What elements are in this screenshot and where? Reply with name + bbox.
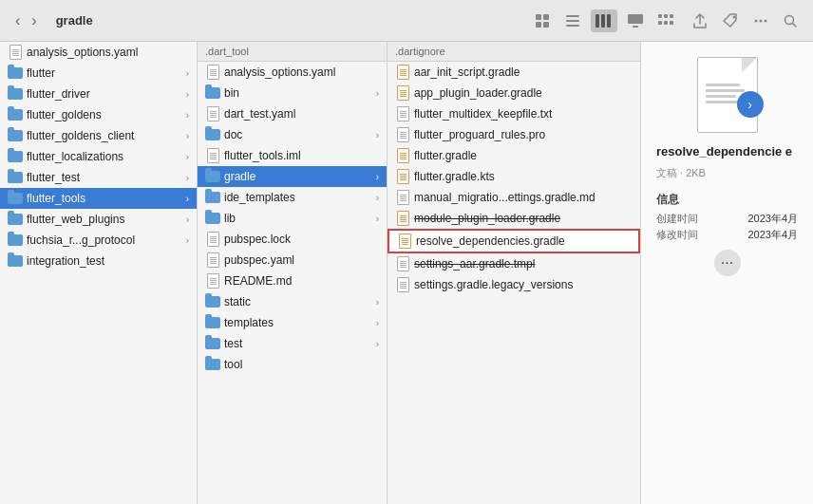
file-icon <box>395 211 410 226</box>
svg-rect-17 <box>670 21 673 25</box>
tag-button[interactable] <box>718 9 743 33</box>
list-item[interactable]: flutter_web_plugins› <box>0 209 197 230</box>
icon-line-1 <box>706 84 741 86</box>
folder-icon <box>205 357 220 372</box>
svg-rect-6 <box>566 25 579 27</box>
file-icon <box>395 148 410 163</box>
svg-rect-12 <box>658 14 662 18</box>
list-item[interactable]: aar_init_script.gradle <box>388 62 640 83</box>
file-icon <box>205 252 220 268</box>
list-item[interactable]: settings.gradle.legacy_versions <box>388 274 640 295</box>
svg-point-19 <box>755 19 758 22</box>
file-icon <box>395 169 410 184</box>
list-item[interactable]: gradle› <box>198 166 387 187</box>
list-item[interactable]: dart_test.yaml <box>198 103 387 124</box>
list-item[interactable]: integration_test <box>0 251 197 271</box>
list-item[interactable]: manual_migratio...ettings.gradle.md <box>388 187 640 208</box>
folder-icon <box>8 149 23 164</box>
chevron-right-icon: › <box>186 152 189 162</box>
folder-icon <box>205 211 220 226</box>
list-item[interactable]: fuchsia_r...g_protocol› <box>0 230 197 251</box>
file-name: flutter_proguard_rules.pro <box>414 128 633 141</box>
list-item[interactable]: app_plugin_loader.gradle <box>388 83 640 103</box>
list-item[interactable]: pubspec.yaml <box>198 250 387 271</box>
file-name: pubspec.lock <box>224 233 379 246</box>
list-item[interactable]: flutter_tools› <box>0 188 197 209</box>
list-item[interactable]: flutter_goldens_client› <box>0 125 197 146</box>
file-name: analysis_options.yaml <box>27 46 189 59</box>
file-name: aar_init_script.gradle <box>414 65 633 79</box>
column-1-scroll[interactable]: analysis_options.yamlflutter›flutter_dri… <box>0 42 197 504</box>
list-item[interactable]: templates› <box>198 312 387 333</box>
detail-created-row: 创建时间 2023年4月 <box>656 212 798 226</box>
list-item[interactable]: flutter.gradle <box>388 145 640 166</box>
list-item[interactable]: flutter› <box>0 63 197 84</box>
list-view-button[interactable] <box>560 10 585 31</box>
file-name: flutter.gradle.kts <box>414 170 633 183</box>
folder-icon <box>205 294 220 309</box>
column-view-button[interactable] <box>591 9 617 32</box>
list-item[interactable]: static› <box>198 291 387 312</box>
list-item[interactable]: flutter_test› <box>0 167 197 188</box>
list-item[interactable]: flutter.gradle.kts <box>388 166 640 187</box>
modified-label: 修改时间 <box>656 228 698 242</box>
svg-rect-10 <box>628 14 643 24</box>
list-item[interactable]: module_plugin_loader.gradle <box>388 208 640 229</box>
list-item[interactable]: pubspec.lock <box>198 229 387 250</box>
group-view-button[interactable] <box>653 9 682 32</box>
list-item[interactable]: analysis_options.yaml <box>0 42 197 63</box>
more-options-button[interactable] <box>748 9 773 33</box>
file-icon <box>205 148 220 163</box>
file-icon <box>205 106 220 121</box>
list-item[interactable]: lib› <box>198 208 387 229</box>
toolbar: ‹ › gradle <box>0 0 813 42</box>
chevron-right-icon: › <box>186 215 189 225</box>
chevron-right-icon: › <box>376 297 379 308</box>
list-item[interactable]: flutter_driver› <box>0 84 197 104</box>
back-button[interactable]: ‹ <box>11 10 24 31</box>
file-name: resolve_dependencies.gradle <box>416 234 631 248</box>
search-button[interactable] <box>779 9 802 32</box>
file-name: analysis_options.yaml <box>224 65 379 79</box>
list-item[interactable]: bin› <box>198 83 387 103</box>
file-name: module_plugin_loader.gradle <box>414 212 633 225</box>
file-name: integration_test <box>27 254 189 268</box>
folder-icon <box>205 169 220 184</box>
file-name: app_plugin_loader.gradle <box>414 86 633 100</box>
list-item[interactable]: tool <box>198 354 387 375</box>
list-item[interactable]: flutter_tools.iml <box>198 145 387 166</box>
file-name: gradle <box>224 170 372 183</box>
chevron-right-icon: › <box>376 318 379 328</box>
file-name: bin <box>224 86 372 100</box>
column-2-scroll[interactable]: analysis_options.yamlbin›dart_test.yamld… <box>198 62 387 504</box>
list-item[interactable]: README.md <box>198 271 387 291</box>
share-button[interactable] <box>688 9 712 33</box>
icon-line-2 <box>706 89 745 92</box>
file-name: doc <box>224 128 372 141</box>
list-item[interactable]: resolve_dependencies.gradle <box>388 229 640 253</box>
file-name: ide_templates <box>224 191 372 204</box>
chevron-right-icon: › <box>186 131 189 141</box>
forward-button[interactable]: › <box>28 10 40 31</box>
list-item[interactable]: analysis_options.yaml <box>198 62 387 83</box>
list-item[interactable]: flutter_proguard_rules.pro <box>388 124 640 145</box>
folder-icon <box>205 190 220 205</box>
column-3-scroll[interactable]: aar_init_script.gradleapp_plugin_loader.… <box>388 62 640 504</box>
svg-rect-8 <box>601 14 605 28</box>
gallery-view-button[interactable] <box>623 9 648 32</box>
detail-more-button[interactable]: ··· <box>714 250 741 276</box>
file-name: settings_aar.gradle.tmpl <box>414 257 633 271</box>
folder-icon <box>8 191 23 206</box>
list-item[interactable]: flutter_multidex_keepfile.txt <box>388 103 640 124</box>
list-item[interactable]: settings_aar.gradle.tmpl <box>388 253 640 274</box>
list-item[interactable]: test› <box>198 333 387 354</box>
list-item[interactable]: flutter_goldens› <box>0 104 197 125</box>
svg-rect-15 <box>658 21 662 25</box>
svg-rect-11 <box>633 26 638 28</box>
list-item[interactable]: ide_templates› <box>198 187 387 208</box>
file-icon <box>205 65 220 80</box>
icon-view-button[interactable] <box>530 9 555 33</box>
list-item[interactable]: doc› <box>198 124 387 145</box>
list-item[interactable]: flutter_localizations› <box>0 146 197 167</box>
detail-arrow-icon: › <box>737 91 764 118</box>
